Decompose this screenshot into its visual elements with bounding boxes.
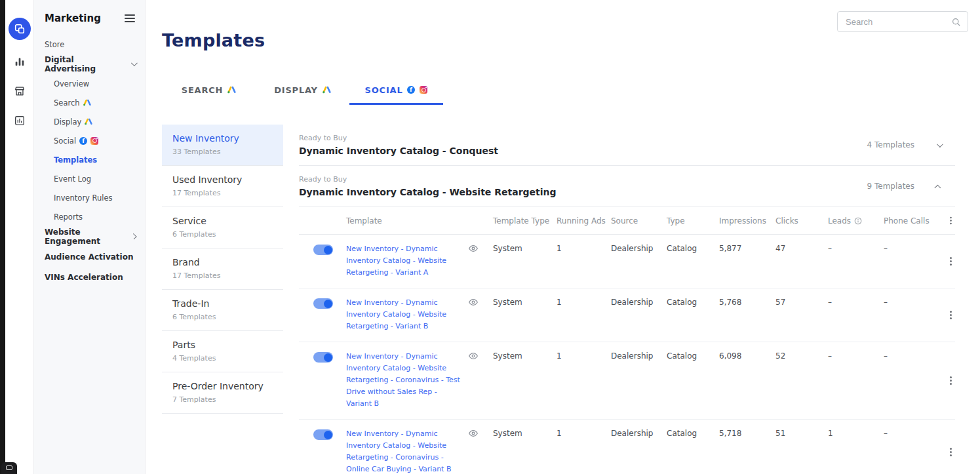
template-enabled-toggle[interactable] (313, 352, 333, 363)
app-logo-icon[interactable] (9, 18, 31, 40)
info-icon[interactable] (854, 217, 862, 225)
sidebar-item-overview[interactable]: Overview (34, 74, 145, 93)
cell-template-type: System (493, 351, 557, 362)
instagram-icon (90, 137, 98, 145)
expand-section-button[interactable] (931, 138, 946, 152)
cell-running-ads: 1 (557, 297, 611, 308)
main-content: Templates SEARCH DISPLAY SOCIAL f (146, 0, 980, 474)
cell-phone-calls: – (884, 428, 946, 439)
google-ads-icon (83, 99, 91, 106)
category-list: New Inventory 33 Templates Used Inventor… (162, 125, 283, 414)
preview-eye-icon[interactable] (468, 245, 479, 252)
tab-bar: SEARCH DISPLAY SOCIAL f (162, 77, 980, 105)
google-ads-icon (85, 118, 92, 125)
cell-running-ads: 1 (557, 243, 611, 254)
preview-eye-icon[interactable] (468, 352, 479, 360)
section-website-retargeting: Ready to Buy Dynamic Inventory Catalog -… (299, 166, 955, 207)
row-menu-button[interactable] (950, 451, 952, 453)
sidebar-item-search[interactable]: Search (34, 93, 145, 112)
cell-impressions: 6,098 (719, 351, 775, 362)
tab-display[interactable]: DISPLAY (256, 77, 349, 105)
cell-template-type: System (493, 243, 557, 254)
preview-eye-icon[interactable] (468, 298, 479, 306)
category-new-inventory[interactable]: New Inventory 33 Templates (162, 125, 283, 166)
google-ads-icon (227, 86, 236, 94)
row-menu-button[interactable] (950, 314, 952, 316)
template-name-link[interactable]: New Inventory - Dynamic Inventory Catalo… (346, 351, 463, 410)
template-enabled-toggle[interactable] (313, 298, 333, 309)
tab-social[interactable]: SOCIAL f (349, 77, 443, 105)
category-trade-in[interactable]: Trade-In 6 Templates (162, 290, 283, 331)
category-service[interactable]: Service 6 Templates (162, 207, 283, 248)
cell-leads: 1 (828, 428, 884, 439)
search-icon[interactable] (951, 17, 961, 27)
category-parts[interactable]: Parts 4 Templates (162, 331, 283, 372)
cell-phone-calls: – (884, 243, 946, 254)
sidebar-item-inventory-rules[interactable]: Inventory Rules (34, 188, 145, 207)
search-box (837, 11, 968, 32)
col-header-template-type: Template Type (493, 216, 557, 226)
template-enabled-toggle[interactable] (313, 245, 333, 255)
storefront-icon[interactable] (12, 83, 28, 99)
tab-search[interactable]: SEARCH (162, 77, 256, 105)
page-header: Templates (146, 0, 980, 50)
facebook-icon: f (407, 86, 415, 94)
chevron-right-icon (130, 233, 136, 239)
sidebar-item-audience-activation[interactable]: Audience Activation (34, 247, 145, 267)
chevron-down-icon (936, 141, 943, 148)
sidebar-item-reports[interactable]: Reports (34, 207, 145, 226)
report-chart-icon[interactable] (12, 113, 28, 128)
template-name-link[interactable]: New Inventory - Dynamic Inventory Catalo… (346, 297, 463, 332)
cell-type: Catalog (667, 351, 719, 362)
table-menu-button[interactable] (950, 220, 952, 222)
sidebar-item-templates[interactable]: Templates (34, 150, 145, 169)
template-enabled-toggle[interactable] (313, 429, 333, 440)
templates-content: New Inventory 33 Templates Used Inventor… (162, 125, 955, 474)
collapse-section-button[interactable] (931, 179, 946, 193)
sidebar-header: Marketing (34, 0, 145, 35)
section-eyebrow: Ready to Buy (299, 175, 557, 184)
cell-source: Dealership (611, 428, 667, 439)
sidebar-item-store[interactable]: Store (34, 35, 145, 54)
section-title: Dynamic Inventory Catalog - Conquest (299, 146, 498, 156)
sidebar-title: Marketing (45, 12, 101, 24)
category-pre-order-inventory[interactable]: Pre-Order Inventory 7 Templates (162, 372, 283, 414)
cell-phone-calls: – (884, 351, 946, 362)
col-header-leads: Leads (828, 216, 884, 226)
sidebar-item-event-log[interactable]: Event Log (34, 169, 145, 188)
col-header-impressions: Impressions (719, 216, 775, 226)
cell-leads: – (828, 297, 884, 308)
row-menu-button[interactable] (950, 380, 952, 382)
cell-clicks: 52 (775, 351, 828, 362)
analytics-bars-icon[interactable] (12, 54, 28, 69)
menu-toggle-icon[interactable] (125, 14, 135, 22)
template-name-link[interactable]: New Inventory - Dynamic Inventory Catalo… (346, 243, 463, 279)
sidebar-item-digital-advertising[interactable]: Digital Advertising (34, 54, 145, 74)
cell-leads: – (828, 351, 884, 362)
preview-eye-icon[interactable] (468, 429, 479, 437)
section-title: Dynamic Inventory Catalog - Website Reta… (299, 187, 557, 197)
sidebar-item-website-engagement[interactable]: Website Engagement (34, 226, 145, 247)
category-brand[interactable]: Brand 17 Templates (162, 248, 283, 290)
col-header-phone-calls: Phone Calls (884, 216, 946, 226)
section-template-count: 9 Templates (867, 182, 914, 191)
sidebar-item-vins-acceleration[interactable]: VINs Acceleration (34, 267, 145, 287)
cell-type: Catalog (667, 243, 719, 254)
template-row: New Inventory - Dynamic Inventory Catalo… (299, 235, 955, 288)
cell-clicks: 57 (775, 297, 828, 308)
bottom-left-widget[interactable] (1, 462, 17, 474)
col-header-clicks: Clicks (775, 216, 828, 226)
template-row: New Inventory - Dynamic Inventory Catalo… (299, 342, 955, 420)
cell-template-type: System (493, 428, 557, 439)
page-title: Templates (162, 30, 968, 50)
search-input[interactable] (846, 17, 951, 27)
sidebar-item-display[interactable]: Display (34, 112, 145, 131)
row-menu-button[interactable] (950, 260, 952, 262)
col-header-source: Source (611, 216, 667, 226)
category-used-inventory[interactable]: Used Inventory 17 Templates (162, 166, 283, 207)
cell-running-ads: 1 (557, 428, 611, 439)
template-name-link[interactable]: New Inventory - Dynamic Inventory Catalo… (346, 428, 463, 474)
sidebar-item-social[interactable]: Socialf (34, 131, 145, 150)
table-header-row: Template Template Type Running Ads Sourc… (299, 207, 955, 235)
sidebar-nav: Store Digital Advertising Overview Searc… (34, 35, 145, 287)
